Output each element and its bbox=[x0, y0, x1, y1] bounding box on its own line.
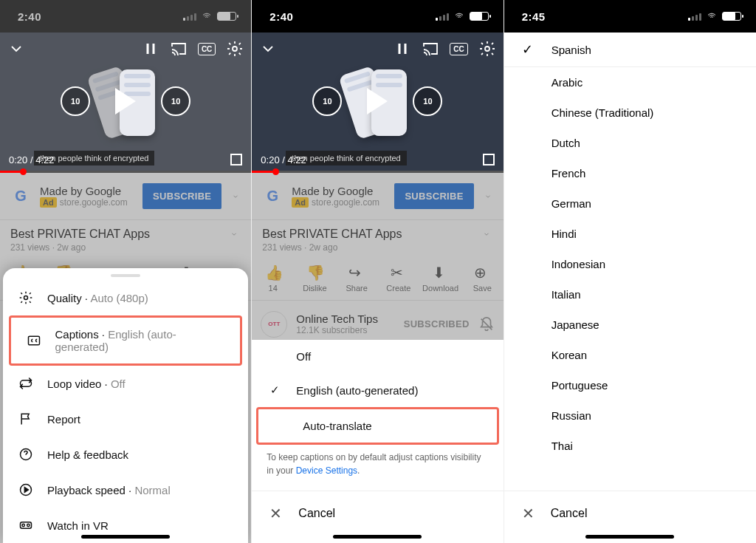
cc-icon[interactable]: CC bbox=[450, 43, 467, 55]
status-time: 2:40 bbox=[18, 10, 41, 23]
language-option[interactable]: French bbox=[504, 158, 756, 188]
svg-point-0 bbox=[233, 47, 237, 51]
vr-icon bbox=[18, 518, 33, 533]
play-button[interactable] bbox=[367, 88, 388, 115]
video-player[interactable]: CC 10 10 then people think of encrypted … bbox=[252, 33, 503, 173]
language-option[interactable]: Portuguese bbox=[504, 370, 756, 400]
flag-icon bbox=[18, 411, 33, 426]
channel-name: Online Tech Tips bbox=[296, 313, 394, 325]
language-label: German bbox=[551, 197, 591, 210]
video-title[interactable]: Best PRIVATE CHAT Apps bbox=[10, 228, 150, 241]
cast-icon[interactable] bbox=[422, 40, 439, 58]
subscribe-button[interactable]: SUBSCRIBE bbox=[394, 183, 473, 209]
play-button[interactable] bbox=[115, 88, 136, 115]
video-title[interactable]: Best PRIVATE CHAT Apps bbox=[262, 228, 402, 241]
check-icon: ✓ bbox=[267, 383, 283, 397]
status-bar: 2:45 bbox=[504, 0, 756, 33]
ad-title: Made by Google bbox=[40, 185, 135, 197]
gear-icon[interactable] bbox=[226, 40, 244, 58]
language-option[interactable]: Dutch bbox=[504, 128, 756, 158]
language-option[interactable]: Hindi bbox=[504, 219, 756, 249]
channel-avatar: OTT bbox=[261, 311, 287, 338]
fullscreen-icon[interactable] bbox=[483, 154, 495, 165]
cellular-icon bbox=[436, 12, 449, 21]
battery-icon bbox=[470, 12, 489, 21]
ad-title: Made by Google bbox=[292, 185, 387, 197]
progress-bar[interactable] bbox=[0, 171, 251, 173]
fullscreen-icon[interactable] bbox=[230, 154, 242, 165]
quality-option[interactable]: Quality · Auto (480p) bbox=[3, 280, 248, 315]
language-option[interactable]: Korean bbox=[504, 340, 756, 370]
language-option[interactable]: Indonesian bbox=[504, 249, 756, 279]
battery-icon bbox=[722, 12, 741, 21]
video-player[interactable]: CC 10 10 then people think of encrypted … bbox=[0, 33, 251, 173]
report-option[interactable]: Report bbox=[3, 401, 248, 437]
home-indicator[interactable] bbox=[585, 535, 674, 539]
status-bar: 2:40 bbox=[0, 0, 251, 33]
dislike-button[interactable]: 👎Dislike bbox=[294, 264, 335, 293]
language-label: Dutch bbox=[551, 137, 580, 149]
subscribe-button[interactable]: SUBSCRIBE bbox=[142, 183, 221, 209]
bell-icon[interactable] bbox=[478, 316, 495, 332]
status-icons bbox=[183, 12, 236, 21]
chevron-down-icon[interactable] bbox=[229, 190, 242, 203]
like-button[interactable]: 👍14 bbox=[252, 264, 294, 293]
chevron-down-icon[interactable] bbox=[480, 228, 493, 241]
language-label: Korean bbox=[551, 349, 587, 361]
progress-bar[interactable] bbox=[252, 171, 503, 173]
home-indicator[interactable] bbox=[81, 535, 170, 539]
language-option[interactable]: Russian bbox=[504, 400, 756, 431]
seek-back-button[interactable]: 10 bbox=[61, 86, 90, 116]
create-button[interactable]: ✂Create bbox=[378, 264, 419, 293]
channel-subs: 12.1K subscribers bbox=[296, 325, 394, 335]
language-selected[interactable]: ✓ Spanish bbox=[504, 33, 756, 66]
device-settings-link[interactable]: Device Settings bbox=[296, 465, 357, 476]
google-logo-icon: G bbox=[9, 185, 32, 208]
player-time: 0:20 / 4:22 bbox=[9, 154, 54, 165]
auto-translate-option[interactable]: Auto-translate bbox=[258, 409, 496, 443]
cellular-icon bbox=[183, 12, 196, 21]
player-time: 0:20 / 4:22 bbox=[261, 154, 306, 165]
video-meta: 231 views · 2w ago bbox=[252, 242, 503, 260]
screen-captions-sheet: 2:40 CC 10 10 then people think of encry… bbox=[252, 0, 504, 543]
language-label: Hindi bbox=[551, 228, 577, 240]
ad-row[interactable]: G Made by Google Adstore.google.com SUBS… bbox=[252, 173, 503, 220]
language-option[interactable]: Arabic bbox=[504, 67, 756, 98]
gear-icon[interactable] bbox=[478, 40, 496, 58]
subscribed-label[interactable]: SUBSCRIBED bbox=[404, 318, 470, 329]
language-option[interactable]: Thai bbox=[504, 431, 756, 461]
sheet-handle[interactable] bbox=[111, 274, 140, 277]
pause-icon[interactable] bbox=[142, 40, 159, 58]
play-circle-icon bbox=[18, 482, 33, 497]
captions-english-option[interactable]: ✓English (auto-generated) bbox=[252, 373, 503, 407]
language-label: Indonesian bbox=[551, 258, 605, 270]
save-button[interactable]: ⊕Save bbox=[461, 264, 503, 293]
pause-icon[interactable] bbox=[394, 40, 411, 58]
language-option[interactable]: Japanese bbox=[504, 310, 756, 340]
language-option[interactable]: Chinese (Traditional) bbox=[504, 98, 756, 128]
chevron-down-icon[interactable] bbox=[227, 228, 241, 241]
help-option[interactable]: Help & feedback bbox=[3, 437, 248, 472]
chevron-down-icon[interactable] bbox=[259, 40, 277, 58]
ad-row[interactable]: G Made by Google Adstore.google.com SUBS… bbox=[0, 173, 251, 220]
seek-back-button[interactable]: 10 bbox=[312, 86, 342, 116]
wifi-icon bbox=[453, 12, 465, 21]
ad-chip: Ad bbox=[40, 197, 57, 208]
loop-option[interactable]: Loop video · Off bbox=[3, 366, 248, 401]
captions-off-option[interactable]: Off bbox=[252, 340, 503, 373]
captions-option[interactable]: Captions · English (auto-generated) bbox=[11, 318, 240, 363]
language-option[interactable]: German bbox=[504, 188, 756, 219]
cast-icon[interactable] bbox=[170, 40, 188, 58]
seek-forward-button[interactable]: 10 bbox=[161, 86, 190, 116]
cc-icon[interactable]: CC bbox=[198, 43, 216, 55]
chevron-down-icon[interactable] bbox=[7, 40, 25, 58]
playback-speed-option[interactable]: Playback speed · Normal bbox=[3, 472, 248, 508]
chevron-down-icon[interactable] bbox=[481, 190, 495, 203]
ad-chip: Ad bbox=[292, 197, 309, 208]
seek-forward-button[interactable]: 10 bbox=[413, 86, 442, 116]
language-option[interactable]: Italian bbox=[504, 279, 756, 310]
download-button[interactable]: ⬇Download bbox=[420, 264, 461, 293]
share-button[interactable]: ↪Share bbox=[336, 264, 377, 293]
home-indicator[interactable] bbox=[333, 535, 422, 539]
wifi-icon bbox=[706, 12, 718, 21]
